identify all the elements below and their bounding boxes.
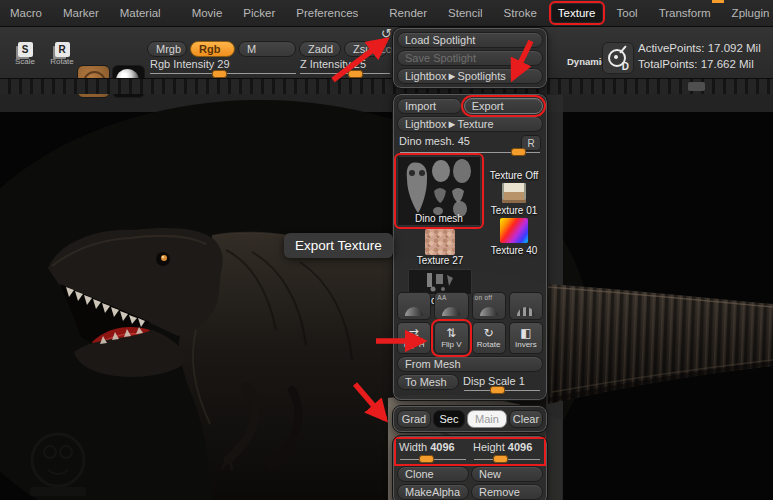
invers-icon: ◧	[520, 327, 531, 339]
dynamesh-icon[interactable]: D	[602, 42, 634, 74]
rgb-intensity-handle[interactable]	[212, 70, 227, 78]
pattern-dial-button[interactable]	[509, 292, 543, 320]
menu-zplugin[interactable]: Zplugin	[726, 4, 773, 22]
top-orange-marker	[712, 0, 724, 3]
menu-preferences[interactable]: Preferences	[290, 4, 364, 22]
z-intensity-slider[interactable]: Z Intensity 25	[300, 58, 366, 70]
menu-tool[interactable]: Tool	[611, 4, 644, 22]
menu-macro[interactable]: Macro	[4, 4, 48, 22]
load-spotlight-button[interactable]: Load Spotlight	[397, 32, 543, 48]
menu-bar: Macro Marker Material Movie Picker Prefe…	[0, 0, 773, 27]
current-texture-slider[interactable]: Dino mesh. 45 R	[397, 134, 543, 156]
active-points-readout: ActivePoints: 17.092 Mil	[638, 42, 761, 54]
flip-v-button[interactable]: ⇅ Flip V	[434, 322, 468, 354]
restore-configuration-icon[interactable]: ↺	[381, 26, 392, 41]
to-mesh-button[interactable]: To Mesh	[397, 374, 459, 390]
disp-scale-slider[interactable]: Disp Scale 1	[461, 374, 543, 394]
texture-browser: Dino mesh Texture 27 Dino mesh	[397, 156, 543, 290]
menu-stroke[interactable]: Stroke	[498, 4, 543, 22]
thumbnail-label: Dino mesh	[398, 213, 480, 224]
texture-27-thumbnail[interactable]	[425, 229, 455, 255]
clear-button[interactable]: Clear	[509, 410, 543, 428]
mrgb-button[interactable]: Mrgb	[147, 41, 187, 57]
thumbnail-label: Texture 01	[485, 205, 543, 216]
save-spotlight-button[interactable]: Save Spotlight	[397, 50, 543, 66]
gradient-dial-button[interactable]	[397, 292, 431, 320]
menu-marker[interactable]: Marker	[57, 4, 105, 22]
sec-button[interactable]: Sec	[433, 410, 465, 428]
texture-popup-palette: Load Spotlight Save Spotlight Lightbox►S…	[393, 28, 547, 500]
disp-scale-handle[interactable]	[490, 386, 505, 394]
lightbox-spotlights-button[interactable]: Lightbox►Spotlights	[397, 68, 543, 84]
horizontal-scrollbar-thumb[interactable]	[688, 82, 705, 91]
size-group: Width 4096 Height 4096 Clone New MakeAlp…	[393, 436, 547, 500]
dino-eye	[161, 255, 167, 261]
spotlight-group: Load Spotlight Save Spotlight Lightbox►S…	[393, 28, 547, 88]
menu-material[interactable]: Material	[114, 4, 167, 22]
flip-h-button[interactable]: ⇄ Flip H	[397, 322, 431, 354]
width-handle[interactable]	[419, 455, 434, 463]
thumbnail-label: Texture 40	[485, 245, 543, 256]
menu-texture[interactable]: Texture	[552, 4, 602, 22]
texture-40-thumbnail[interactable]	[500, 218, 528, 243]
texture-off-item[interactable]: Texture Off	[485, 170, 543, 181]
menu-transform[interactable]: Transform	[653, 4, 717, 22]
m-button[interactable]: M	[238, 41, 296, 57]
from-mesh-button[interactable]: From Mesh	[397, 356, 543, 372]
texture-01-thumbnail[interactable]	[502, 183, 526, 203]
new-button[interactable]: New	[471, 466, 543, 482]
rotate-icon: ↻	[484, 327, 494, 339]
export-texture-tooltip: Export Texture	[284, 233, 393, 258]
flip-h-icon: ⇄	[409, 327, 419, 339]
size-sliders: Width 4096 Height 4096	[397, 440, 543, 463]
make-alpha-button[interactable]: MakeAlpha	[397, 484, 469, 500]
scale-icon: S	[18, 42, 33, 57]
rotate-texture-button[interactable]: ↻ Rotate	[472, 322, 506, 354]
invers-button[interactable]: ◧ Invers	[509, 322, 543, 354]
import-button[interactable]: Import	[397, 98, 462, 114]
rgb-intensity-slider[interactable]: Rgb Intensity 29	[150, 58, 230, 70]
main-button[interactable]: Main	[467, 410, 507, 428]
clone-button[interactable]: Clone	[397, 466, 469, 482]
antialias-dial-button[interactable]: AA	[434, 292, 468, 320]
menu-render[interactable]: Render	[383, 4, 433, 22]
menu-movie[interactable]: Movie	[186, 4, 229, 22]
selected-texture-thumbnail[interactable]: Dino mesh	[397, 156, 481, 226]
z-intensity-handle[interactable]	[348, 70, 363, 78]
thumbnail-label: Texture 27	[397, 255, 483, 266]
lightbox-texture-button[interactable]: Lightbox►Texture	[397, 116, 543, 132]
width-slider[interactable]: Width 4096	[397, 440, 469, 463]
current-texture-handle[interactable]	[511, 148, 526, 156]
rgb-button[interactable]: Rgb	[190, 41, 235, 57]
color-row-group: Grad Sec Main Clear	[393, 406, 547, 432]
export-button[interactable]: Export	[464, 98, 543, 114]
menu-picker[interactable]: Picker	[237, 4, 281, 22]
flip-v-icon: ⇅	[446, 327, 456, 339]
rotate-icon: R	[55, 42, 70, 57]
height-slider[interactable]: Height 4096	[471, 440, 543, 463]
menu-stencil[interactable]: Stencil	[442, 4, 489, 22]
zbrush-window: Macro Marker Material Movie Picker Prefe…	[0, 0, 773, 500]
zadd-button[interactable]: Zadd	[299, 41, 341, 57]
on-off-dial-button[interactable]: on off	[472, 292, 506, 320]
total-points-readout: TotalPoints: 17.662 Mil	[638, 58, 754, 70]
scale-tool-button[interactable]: S Scale	[8, 42, 42, 66]
remove-button[interactable]: Remove	[471, 484, 543, 500]
texture-group: Import Export Lightbox►Texture Dino mesh…	[393, 94, 547, 400]
rotate-tool-button[interactable]: R Rotate	[45, 42, 79, 66]
height-handle[interactable]	[493, 455, 508, 463]
shelf-divider-strip	[0, 78, 773, 94]
grad-button[interactable]: Grad	[397, 410, 431, 428]
